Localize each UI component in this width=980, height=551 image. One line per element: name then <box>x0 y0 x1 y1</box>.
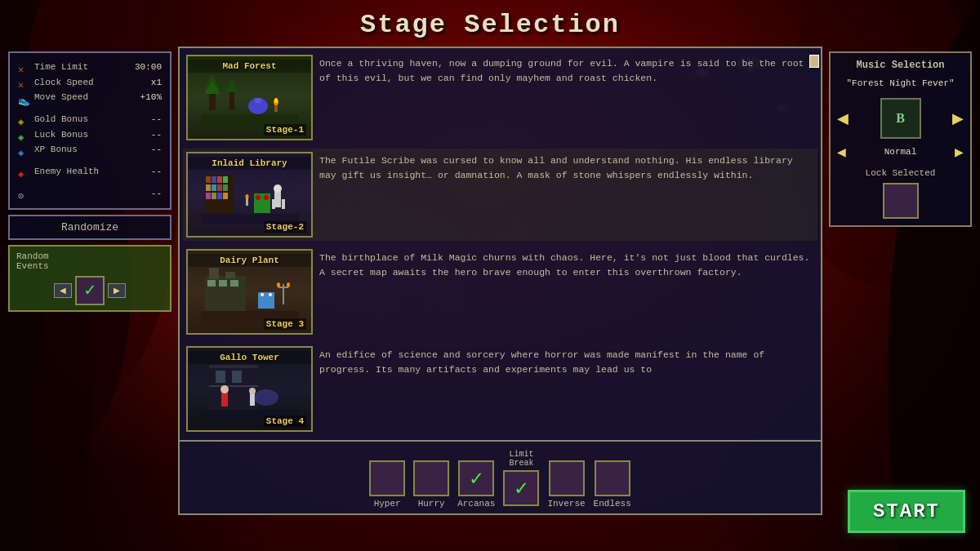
randomize-button[interactable]: Randomize <box>8 215 172 240</box>
modifier-endless-checkbox[interactable] <box>595 460 630 496</box>
center-panel: Mad Forest <box>178 47 822 515</box>
stage-list[interactable]: Mad Forest <box>180 48 821 440</box>
title-bar: Stage Selection <box>0 0 980 47</box>
random-events-header: RandomEvents <box>16 251 163 271</box>
svg-point-30 <box>256 195 261 200</box>
stat-gold-bonus: ◈ Gold Bonus -- <box>18 112 162 127</box>
music-mode-text: Normal <box>884 147 917 157</box>
main-layout: Stage Selection ✕ Time Limit 30:00 ✕ Clo… <box>0 0 980 551</box>
xp-bonus-label: XP Bonus <box>34 142 126 158</box>
page-title: Stage Selection <box>360 10 620 40</box>
modifier-inverse-label: Inverse <box>547 499 585 509</box>
stage-thumbnail-mad-forest: Mad Forest <box>186 55 313 140</box>
modifier-arcanas-checkbox[interactable]: ✓ <box>458 460 494 496</box>
scrollbar-thumb[interactable] <box>809 55 819 68</box>
music-mode-next-button[interactable]: ▶ <box>955 145 964 158</box>
svg-point-33 <box>274 184 282 193</box>
modifier-hyper: Hyper <box>369 447 405 509</box>
clover-icon: ◈ <box>18 130 28 140</box>
modifier-endless-label: Endless <box>594 499 631 509</box>
start-button[interactable]: START <box>848 490 965 533</box>
random-events-next-button[interactable]: ▶ <box>108 283 126 298</box>
svg-rect-18 <box>217 176 222 183</box>
modifier-inverse: Inverse <box>547 447 585 509</box>
modifier-items: Hyper Hurry ✓ Arcanas <box>186 447 814 509</box>
misc-icon: ⊙ <box>18 189 28 198</box>
music-next-button[interactable]: ▶ <box>952 109 964 127</box>
stage-item-inlaid-library[interactable]: Inlaid Library <box>183 149 817 241</box>
enemy-health-value: -- <box>129 164 162 180</box>
gold-bonus-label: Gold Bonus <box>34 112 126 127</box>
music-selection-title: Music Selection <box>837 60 964 71</box>
random-events-prev-button[interactable]: ◀ <box>54 283 72 298</box>
svg-point-51 <box>277 282 280 287</box>
svg-rect-41 <box>225 272 235 278</box>
stage-desc-dairy-plant: The birthplace of Milk Magic churns with… <box>319 249 814 335</box>
random-events-checkbox[interactable]: ✓ <box>75 276 105 305</box>
svg-rect-16 <box>206 176 211 183</box>
stat-xp-bonus: ◈ XP Bonus -- <box>18 142 162 158</box>
stage-number-4: Stage 4 <box>264 415 306 427</box>
stage-thumbnail-inlaid-library: Inlaid Library <box>186 152 313 238</box>
modifier-limit-break-checkbox[interactable]: ✓ <box>503 470 539 506</box>
stage-thumbnail-dairy-plant: Dairy Plant <box>186 249 313 335</box>
modifier-limit-break: LimitBreak ✓ <box>503 450 539 509</box>
svg-rect-20 <box>206 184 211 191</box>
random-events-controls: ◀ ✓ ▶ <box>16 276 163 305</box>
modifier-hurry: Hurry <box>413 447 449 509</box>
random-events-box: RandomEvents ◀ ✓ ▶ <box>8 245 172 312</box>
stage-list-container: Mad Forest <box>178 47 822 442</box>
heart-icon: ◆ <box>18 167 28 176</box>
gold-bonus-value: -- <box>129 112 162 127</box>
stage-item-gallo-tower[interactable]: Gallo Tower <box>183 343 817 435</box>
xp-icon: ◈ <box>18 145 28 155</box>
lock-checkbox[interactable] <box>883 183 919 219</box>
svg-point-63 <box>254 389 278 406</box>
luck-bonus-value: -- <box>129 127 162 143</box>
time-limit-value: 30:00 <box>129 60 162 75</box>
start-section: START <box>848 490 965 533</box>
stage-number-3: Stage 3 <box>264 318 306 330</box>
stat-time-limit: ✕ Time Limit 30:00 <box>18 60 162 75</box>
svg-rect-19 <box>223 176 228 183</box>
xp-bonus-value: -- <box>129 142 162 158</box>
svg-rect-6 <box>229 90 234 110</box>
modifier-limit-break-top-label: LimitBreak <box>509 450 533 468</box>
stage-thumbnail-gallo-tower: Gallo Tower <box>186 346 313 432</box>
music-box: Music Selection "Forest Night Fever" ◀ B… <box>829 51 972 227</box>
limit-break-checkmark: ✓ <box>515 475 528 501</box>
modifier-hurry-checkbox[interactable] <box>413 460 449 496</box>
stage-item-mad-forest[interactable]: Mad Forest <box>183 51 817 144</box>
svg-rect-40 <box>209 268 219 279</box>
svg-rect-24 <box>206 193 211 199</box>
modifier-inverse-checkbox[interactable] <box>549 460 585 496</box>
music-mode-prev-button[interactable]: ◀ <box>837 145 846 158</box>
svg-rect-10 <box>255 98 261 103</box>
time-limit-label: Time Limit <box>34 60 126 75</box>
modifier-hurry-label: Hurry <box>418 499 445 509</box>
clock-speed-label: Clock Speed <box>34 75 126 91</box>
svg-rect-57 <box>232 371 242 383</box>
hourglass-icon: ✕ <box>18 62 28 72</box>
stage-item-dairy-plant[interactable]: Dairy Plant <box>183 246 817 338</box>
modifier-hyper-checkbox[interactable] <box>369 460 405 496</box>
svg-point-13 <box>274 98 278 103</box>
stats-box: ✕ Time Limit 30:00 ✕ Clock Speed x1 👟 Mo… <box>8 51 172 210</box>
stage-number-2: Stage-2 <box>264 221 306 233</box>
svg-rect-58 <box>209 385 258 387</box>
svg-rect-50 <box>278 287 288 288</box>
svg-rect-21 <box>212 184 216 191</box>
music-prev-button[interactable]: ◀ <box>837 109 849 127</box>
svg-rect-25 <box>212 193 216 199</box>
music-track-name: "Forest Night Fever" <box>837 78 964 90</box>
boot-icon: 👟 <box>18 93 28 103</box>
svg-marker-7 <box>225 79 238 92</box>
move-speed-value: +10% <box>129 90 162 105</box>
clock-icon: ✕ <box>18 78 28 87</box>
modifier-endless: Endless <box>594 447 631 509</box>
music-thumbnail: B <box>880 98 921 139</box>
svg-rect-35 <box>282 199 285 209</box>
svg-rect-26 <box>217 193 222 199</box>
modifier-arcanas: ✓ Arcanas <box>457 447 495 509</box>
svg-rect-59 <box>221 392 228 407</box>
